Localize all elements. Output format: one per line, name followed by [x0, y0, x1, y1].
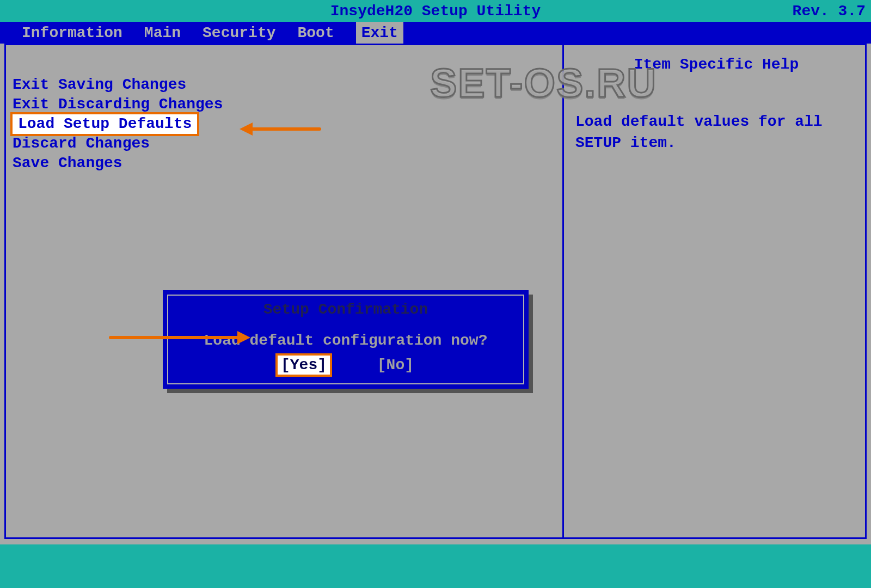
tab-boot[interactable]: Boot — [297, 24, 334, 41]
tab-security[interactable]: Security — [203, 24, 275, 41]
pane-divider — [562, 45, 564, 537]
dialog-inner: Setup Confirmation Load default configur… — [167, 295, 524, 384]
dialog-no-button[interactable]: [No] — [377, 357, 414, 373]
app-title: InsydeH20 Setup Utility — [330, 3, 541, 20]
exit-item-save-exit[interactable]: Exit Saving Changes — [10, 75, 223, 95]
dialog-buttons: [Yes] [No] — [179, 356, 512, 375]
footer-help: F1 Help ↑↓ Select Item F5/F6 Change Valu… — [0, 544, 871, 588]
watermark: SET-OS.RU — [430, 60, 657, 106]
tab-main[interactable]: Main — [144, 24, 181, 41]
exit-item-discard-exit[interactable]: Exit Discarding Changes — [10, 95, 223, 114]
help-body: Load default values for all SETUP item. — [575, 111, 857, 154]
title-bar: InsydeH20 Setup Utility Rev. 3.7 — [0, 0, 871, 22]
tab-exit[interactable]: Exit — [356, 22, 403, 44]
exit-item-discard[interactable]: Discard Changes — [10, 134, 223, 154]
exit-menu-list: Exit Saving Changes Exit Discarding Chan… — [10, 75, 223, 173]
dialog-question: Load default configuration now? — [179, 332, 512, 349]
dialog-yes-button[interactable]: [Yes] — [278, 356, 330, 375]
exit-item-load-defaults-label: Load Setup Defaults — [13, 114, 197, 134]
exit-item-load-defaults[interactable]: Load Setup Defaults — [10, 114, 223, 134]
tab-information[interactable]: Information — [22, 24, 122, 41]
menu-bar: Information Main Security Boot Exit — [0, 22, 871, 44]
exit-item-save[interactable]: Save Changes — [10, 154, 223, 173]
confirmation-dialog: Setup Confirmation Load default configur… — [163, 290, 529, 389]
main-frame: Exit Saving Changes Exit Discarding Chan… — [4, 44, 867, 539]
dialog-title: Setup Confirmation — [179, 301, 512, 318]
revision-label: Rev. 3.7 — [793, 3, 866, 20]
